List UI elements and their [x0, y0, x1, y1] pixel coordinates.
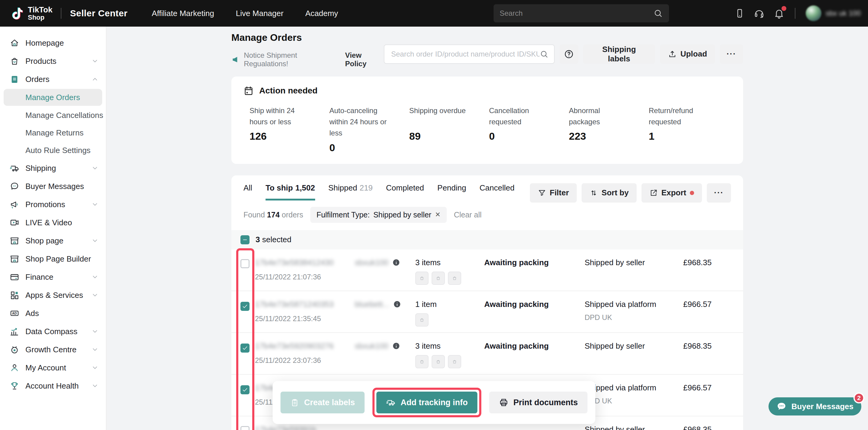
sidebar-item-auto-rule-settings[interactable]: Auto Rule Settings [0, 142, 106, 159]
nav-academy[interactable]: Academy [305, 9, 338, 18]
sidebar-item-buyer-messages[interactable]: Buyer Messages [0, 177, 106, 195]
sidebar-item-growth-centre[interactable]: Growth Centre [0, 340, 106, 359]
tab-to-ship[interactable]: To ship1,502 [266, 183, 315, 201]
nav-affiliate-marketing[interactable]: Affiliate Marketing [152, 9, 214, 18]
sidebar-item-shop-page[interactable]: Shop page [0, 232, 106, 250]
order-search-input[interactable] [391, 50, 539, 58]
mobile-app-icon[interactable] [734, 8, 745, 19]
topbar-search-input[interactable] [500, 9, 653, 18]
chat-bubble-icon [776, 401, 787, 411]
sidebar-item-my-account[interactable]: My Account [0, 359, 106, 377]
funnel-icon [538, 189, 546, 197]
sidebar-item-finance[interactable]: Finance [0, 268, 106, 286]
buyer-name-blurred: bluebett... [355, 300, 389, 309]
sidebar-item-manage-cancellations[interactable]: Manage Cancellations [0, 106, 106, 124]
user-menu[interactable]: sbx uk 100 [806, 5, 861, 21]
notifications-bell-icon[interactable] [774, 8, 784, 19]
nav-live-manager[interactable]: Live Manager [236, 9, 284, 18]
label-clipboard-icon [290, 398, 299, 407]
stat-auto-canceling[interactable]: Auto-canceling within 24 hours or less 0 [329, 105, 409, 154]
order-row[interactable]: 17b4e73e592090327625/11/2022 23:07:36 sb… [231, 333, 743, 375]
export-button[interactable]: Export [642, 183, 702, 203]
product-thumbnail[interactable] [415, 313, 429, 327]
clear-all-link[interactable]: Clear all [454, 211, 482, 219]
sidebar-item-orders[interactable]: Orders [0, 70, 106, 88]
chevron-down-icon [91, 382, 99, 390]
tiktok-note-icon [10, 5, 24, 21]
sidebar-item-manage-orders[interactable]: Manage Orders [4, 89, 102, 106]
sort-by-button[interactable]: Sort by [582, 183, 637, 203]
sidebar-item-shop-page-builder[interactable]: Shop Page Builder [0, 250, 106, 268]
buyer-messages-fab[interactable]: Buyer Messages 2 [769, 397, 861, 416]
avatar[interactable] [806, 5, 822, 21]
view-policy-link[interactable]: View Policy [345, 51, 384, 68]
tab-shipped[interactable]: Shipped219 [329, 183, 373, 201]
sidebar-item-products[interactable]: Products [0, 52, 106, 70]
product-thumbnail[interactable] [448, 272, 461, 285]
stat-abnormal-packages[interactable]: Abnormal packages 223 [569, 105, 649, 154]
row-checkbox[interactable] [241, 426, 249, 430]
sidebar-item-data-compass[interactable]: Data Compass [0, 322, 106, 340]
info-icon[interactable] [392, 342, 400, 350]
tiktok-shop-logo[interactable]: TikTok Shop [10, 5, 52, 21]
row-checkbox[interactable] [241, 259, 249, 268]
product-thumbnail[interactable] [415, 272, 429, 285]
info-icon[interactable] [393, 300, 401, 308]
tab-pending[interactable]: Pending [437, 183, 466, 201]
shipping-labels-button[interactable]: Shipping labels [583, 44, 655, 64]
product-thumbnail[interactable] [448, 355, 461, 368]
create-labels-button[interactable]: Create labels [280, 392, 365, 413]
sidebar-item-apps-services[interactable]: Apps & Services [0, 286, 106, 304]
order-status: Awaiting packing [484, 341, 585, 351]
chevron-down-icon [91, 201, 99, 208]
tab-all[interactable]: All [244, 183, 252, 201]
chevron-down-icon [91, 346, 99, 353]
upload-button[interactable]: Upload [660, 44, 715, 64]
sidebar-item-manage-returns[interactable]: Manage Returns [0, 124, 106, 142]
sidebar-item-shipping[interactable]: Shipping [0, 159, 106, 177]
data-chart-icon [10, 327, 19, 336]
stat-shipping-overdue[interactable]: Shipping overdue 89 [409, 105, 489, 154]
sidebar-item-account-health[interactable]: Account Health [0, 377, 106, 395]
product-thumbnail[interactable] [415, 355, 429, 368]
messages-badge: 2 [854, 393, 864, 403]
order-row[interactable]: 17b4e73e583841243025/11/2022 21:07:36 sb… [231, 249, 743, 291]
order-search-box[interactable] [384, 44, 555, 64]
sidebar-item-promotions[interactable]: Promotions [0, 195, 106, 214]
stat-ship-within-24h[interactable]: Ship within 24 hours or less 126 [249, 105, 329, 154]
add-tracking-info-button[interactable]: Add tracking info [376, 392, 477, 413]
order-row[interactable]: 17b4e73e587124035325/11/2022 21:35:45 bl… [231, 291, 743, 333]
stat-return-refund[interactable]: Return/refund requested 1 [649, 105, 728, 154]
upload-icon [668, 50, 677, 59]
row-checkbox[interactable] [241, 343, 249, 352]
search-icon[interactable] [539, 50, 549, 59]
row-checkbox[interactable] [241, 385, 249, 394]
product-thumbnail[interactable] [432, 272, 445, 285]
main-content: Manage Orders Notice Shipment Regualatio… [106, 27, 868, 430]
tab-cancelled[interactable]: Cancelled [479, 183, 515, 201]
help-button[interactable] [559, 44, 578, 64]
notice-text: Notice Shipment Regualations! [244, 51, 341, 68]
sidebar-item-live-video[interactable]: LIVE & Video [0, 214, 106, 232]
table-more-button[interactable]: ··· [707, 183, 731, 203]
row-checkbox[interactable] [241, 302, 249, 311]
tracking-truck-icon [386, 398, 396, 407]
select-all-checkbox[interactable] [241, 235, 249, 244]
search-icon[interactable] [653, 8, 663, 18]
filter-button[interactable]: Filter [530, 183, 577, 203]
header-more-button[interactable]: ··· [720, 44, 743, 64]
order-id-blurred: 17b4e73e59391b [255, 425, 355, 430]
product-thumbnail[interactable] [432, 355, 445, 368]
filter-chip-fulfilment[interactable]: Fulfilment Type: Shipped by seller ✕ [310, 207, 446, 223]
support-headset-icon[interactable] [754, 8, 765, 19]
order-price: £966.57 [683, 383, 731, 393]
chip-close-icon[interactable]: ✕ [435, 211, 440, 219]
sidebar-item-homepage[interactable]: Homepage [0, 34, 106, 52]
stat-cancellation-requested[interactable]: Cancellation requested 0 [489, 105, 569, 154]
info-icon[interactable] [392, 258, 400, 267]
logo-text-shop: Shop [28, 14, 52, 21]
print-documents-button[interactable]: Print documents [489, 392, 588, 413]
sidebar-item-ads[interactable]: AD Ads [0, 304, 106, 322]
topbar-search[interactable] [494, 4, 669, 22]
tab-completed[interactable]: Completed [386, 183, 424, 201]
